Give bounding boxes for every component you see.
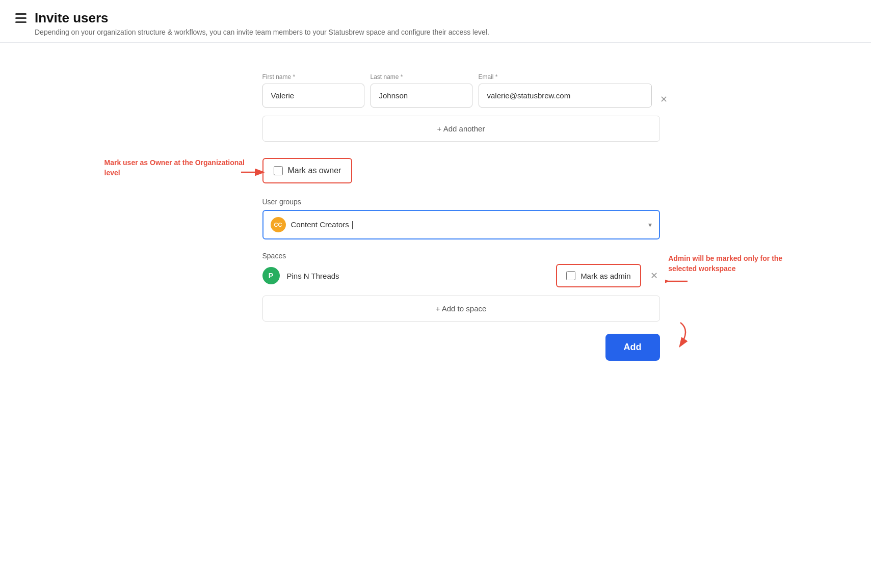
header-text-block: Invite users Depending on your organizat…: [35, 10, 489, 36]
user-row: First name * Last name * Email * ✕: [262, 73, 660, 108]
annotation-admin-text: Admin will be marked only for the select…: [668, 254, 785, 274]
user-groups-select[interactable]: CC Content Creators ▾: [262, 210, 660, 239]
page-header: Invite users Depending on your organizat…: [0, 0, 871, 43]
first-name-input[interactable]: [262, 84, 364, 108]
space-badge: P: [262, 267, 280, 284]
add-to-space-button[interactable]: + Add to space: [262, 296, 660, 322]
email-field: Email *: [479, 73, 652, 108]
remove-space-button[interactable]: ✕: [648, 268, 660, 283]
add-button[interactable]: Add: [605, 334, 660, 361]
space-name-text: Pins N Threads: [287, 272, 549, 280]
page-subtitle: Depending on your organization structure…: [35, 28, 489, 36]
last-name-input[interactable]: [371, 84, 472, 108]
email-label: Email *: [479, 73, 652, 81]
email-input[interactable]: [479, 84, 652, 108]
arrow-admin-icon: [665, 275, 691, 287]
mark-as-admin-text: Mark as admin: [580, 272, 630, 280]
chevron-down-icon: ▾: [648, 221, 652, 229]
admin-box-container: Admin will be marked only for the select…: [556, 264, 641, 287]
space-row: P Pins N Threads Admin will be marked on…: [262, 264, 660, 287]
hamburger-menu[interactable]: [15, 13, 27, 23]
mark-as-owner-label[interactable]: Mark as owner: [262, 158, 353, 183]
page-title: Invite users: [35, 10, 489, 26]
add-button-container: Add: [262, 334, 660, 361]
owner-section: Mark user as Owner at the Organizational…: [262, 158, 660, 183]
arrow-add-icon: [655, 320, 696, 351]
mark-as-owner-text: Mark as owner: [288, 166, 341, 175]
group-badge: CC: [271, 217, 286, 232]
user-groups-label: User groups: [262, 198, 660, 206]
first-name-label: First name *: [262, 73, 364, 81]
annotation-owner-text: Mark user as Owner at the Organizational…: [104, 158, 247, 178]
arrow-owner-icon: [241, 166, 267, 178]
group-name-text: Content Creators: [291, 220, 643, 229]
spaces-label: Spaces: [262, 252, 660, 260]
remove-user-button[interactable]: ✕: [658, 92, 670, 107]
mark-as-admin-checkbox[interactable]: [566, 271, 575, 280]
first-name-field: First name *: [262, 73, 364, 108]
add-another-button[interactable]: + Add another: [262, 116, 660, 142]
spaces-section: Spaces P Pins N Threads Admin will be ma…: [262, 252, 660, 287]
form-container: First name * Last name * Email * ✕ + Add…: [262, 73, 660, 361]
user-groups-section: User groups CC Content Creators ▾: [262, 198, 660, 239]
last-name-field: Last name *: [371, 73, 472, 108]
mark-as-admin-label[interactable]: Mark as admin: [556, 264, 641, 287]
main-content: First name * Last name * Email * ✕ + Add…: [0, 43, 871, 381]
last-name-label: Last name *: [371, 73, 472, 81]
cursor-line: [352, 221, 353, 229]
mark-as-owner-checkbox[interactable]: [274, 166, 283, 175]
